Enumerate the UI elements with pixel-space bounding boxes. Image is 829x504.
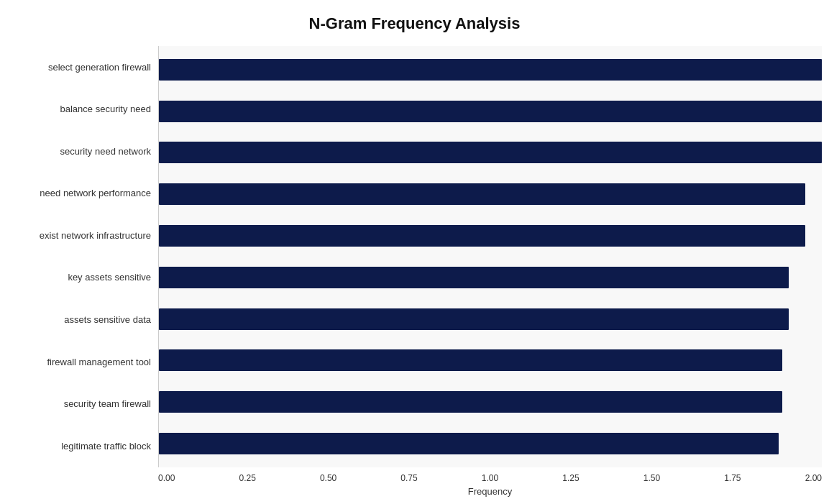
bar-row bbox=[159, 388, 822, 416]
y-axis-labels: select generation firewallbalance securi… bbox=[7, 46, 158, 467]
bar-row bbox=[159, 430, 822, 457]
y-label: security need network bbox=[60, 146, 151, 157]
bar bbox=[159, 391, 782, 413]
bar-row bbox=[159, 139, 822, 166]
bars-section bbox=[158, 46, 822, 467]
y-label: need network performance bbox=[40, 188, 151, 199]
y-label: exist network infrastructure bbox=[40, 230, 151, 242]
bar-row bbox=[159, 180, 822, 208]
bar-row bbox=[159, 222, 822, 249]
bar bbox=[159, 101, 822, 122]
y-label: security team firewall bbox=[64, 398, 151, 410]
y-label: balance security need bbox=[60, 104, 151, 115]
bar bbox=[159, 308, 789, 330]
bar-row bbox=[159, 347, 822, 374]
bar bbox=[159, 225, 805, 247]
x-tick: 1.75 bbox=[724, 473, 741, 483]
bar bbox=[159, 433, 779, 454]
y-label: select generation firewall bbox=[48, 62, 151, 73]
x-tick: 1.25 bbox=[562, 473, 579, 483]
bar-row bbox=[159, 264, 822, 291]
x-tick: 1.50 bbox=[643, 473, 660, 483]
bar-row bbox=[159, 98, 822, 125]
x-axis-area: 0.000.250.500.751.001.251.501.752.00 Fre… bbox=[7, 470, 822, 497]
x-ticks: 0.000.250.500.751.001.251.501.752.00 bbox=[158, 470, 822, 483]
bar-row bbox=[159, 56, 822, 83]
y-label: assets sensitive data bbox=[64, 314, 151, 326]
y-label: firewall management tool bbox=[47, 357, 151, 368]
chart-title: N-Gram Frequency Analysis bbox=[309, 14, 521, 33]
bar-row bbox=[159, 306, 822, 333]
x-tick: 2.00 bbox=[805, 473, 822, 483]
x-tick: 0.75 bbox=[400, 473, 417, 483]
y-label: key assets sensitive bbox=[68, 272, 151, 283]
bar bbox=[159, 59, 822, 81]
y-label: legitimate traffic block bbox=[61, 441, 151, 452]
x-axis-label: Frequency bbox=[158, 486, 822, 497]
bar bbox=[159, 349, 782, 371]
x-tick: 0.00 bbox=[158, 473, 175, 483]
x-tick: 1.00 bbox=[482, 473, 498, 483]
bar bbox=[159, 267, 789, 288]
x-tick: 0.50 bbox=[320, 473, 336, 483]
bar bbox=[159, 183, 805, 205]
bar bbox=[159, 142, 822, 163]
x-tick: 0.25 bbox=[239, 473, 255, 483]
